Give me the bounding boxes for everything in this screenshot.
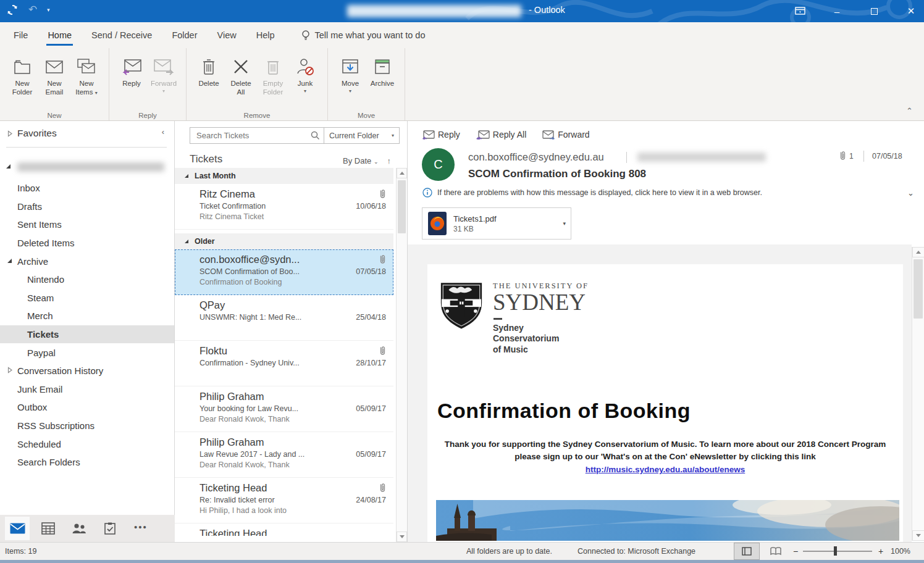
scroll-up-button[interactable] — [397, 168, 407, 178]
account-row[interactable] — [0, 159, 174, 175]
undo-icon[interactable]: ↶ — [28, 3, 37, 16]
delete-button[interactable]: Delete — [193, 52, 225, 88]
nav-calendar-button[interactable] — [36, 517, 61, 540]
nav-more-button[interactable]: ••• — [128, 517, 153, 540]
search-input[interactable] — [195, 130, 311, 141]
nav-people-button[interactable] — [67, 517, 91, 540]
message-row[interactable]: Ritz Cinema Ticket Confirmation10/06/18 … — [175, 184, 393, 230]
minimize-folder-pane-icon[interactable]: ‹ — [162, 127, 164, 136]
folder-archive[interactable]: Archive — [0, 252, 174, 270]
search-box[interactable] — [190, 127, 324, 144]
outlook-window: ↶ ▾ - Outlook – ✕ File Home Send / Recei… — [0, 0, 924, 563]
minimize-button[interactable]: – — [829, 6, 845, 17]
move-button[interactable]: Move ▾ — [334, 52, 366, 94]
zoom-out-button[interactable]: − — [793, 546, 798, 556]
folder-outbox[interactable]: Outbox — [0, 398, 174, 417]
attachment-dropdown-icon[interactable]: ▾ — [563, 220, 566, 227]
message-row[interactable]: Ticketing Head Re: Invalid ticket error2… — [175, 478, 393, 523]
folder-merch[interactable]: Merch — [0, 307, 174, 325]
zoom-in-button[interactable]: + — [878, 546, 883, 556]
folder-scheduled[interactable]: Scheduled — [0, 435, 174, 453]
zoom-level[interactable]: 100% — [891, 547, 910, 556]
message-row[interactable]: Philip Graham Law Revue 2017 - Lady and … — [175, 432, 393, 478]
tab-view[interactable]: View — [208, 22, 246, 48]
favorites-header[interactable]: Favorites ‹ — [0, 125, 174, 142]
message-row[interactable]: Ticketing Head — [175, 523, 393, 536]
tab-folder[interactable]: Folder — [162, 22, 207, 48]
folder-inbox[interactable]: Inbox — [0, 179, 174, 198]
chevron-down-icon[interactable]: ⌄ — [907, 188, 914, 198]
new-items-button[interactable]: NewItems ▾ — [70, 52, 103, 97]
response-toolbar: Reply Reply All Forward — [422, 130, 590, 140]
scrollbar-thumb[interactable] — [398, 180, 406, 233]
message-row[interactable]: Floktu Confirmation - Sydney Univ...28/1… — [175, 341, 393, 386]
reading-view-button[interactable] — [765, 543, 787, 560]
attachment-chip[interactable]: Tickets1.pdf 31 KB ▾ — [422, 207, 571, 240]
tab-home[interactable]: Home — [38, 22, 82, 48]
scroll-up-button[interactable] — [912, 247, 924, 257]
close-button[interactable]: ✕ — [903, 6, 919, 17]
reply-all-quick-button[interactable]: Reply All — [476, 130, 526, 140]
folder-conversation-history[interactable]: Conversation History — [0, 362, 174, 380]
message-list-scrollbar[interactable] — [396, 168, 407, 542]
scroll-down-button[interactable] — [397, 532, 407, 542]
message-row[interactable]: QPay UNSWMR: Night 1: Med Re...25/04/18 — [175, 295, 393, 341]
scroll-down-button[interactable] — [912, 530, 924, 541]
new-folder-button[interactable]: NewFolder — [6, 52, 38, 97]
tab-file[interactable]: File — [4, 22, 38, 48]
folder-paypal[interactable]: Paypal — [0, 343, 174, 362]
delete-all-button[interactable]: DeleteAll — [225, 52, 257, 97]
expand-expanded-icon[interactable] — [7, 259, 12, 263]
restore-button[interactable] — [866, 6, 882, 17]
sender-avatar[interactable]: C — [422, 148, 455, 181]
reading-pane-scrollbar[interactable] — [912, 247, 924, 541]
group-header-last-month[interactable]: Last Month — [175, 168, 393, 184]
search-scope-dropdown[interactable]: Current Folder ▾ — [324, 127, 400, 144]
normal-view-button[interactable] — [734, 543, 760, 560]
sort-dropdown[interactable]: By Date ⌄ — [343, 156, 378, 165]
zoom-slider-track[interactable] — [803, 551, 872, 552]
forward-quick-button[interactable]: Forward — [542, 130, 589, 140]
folder-drafts[interactable]: Drafts — [0, 198, 174, 216]
folder-tickets[interactable]: Tickets — [0, 325, 174, 344]
scrollbar-thumb[interactable] — [914, 259, 923, 319]
search-icon[interactable] — [311, 131, 320, 140]
tell-me-box[interactable]: Tell me what you want to do — [301, 30, 426, 41]
junk-button[interactable]: Junk ▾ — [289, 52, 321, 94]
nav-tasks-button[interactable] — [98, 517, 122, 540]
nav-mail-button[interactable] — [5, 517, 30, 540]
message-info-bar[interactable]: If there are problems with how this mess… — [422, 186, 914, 199]
ribbon-display-options-icon[interactable] — [792, 6, 808, 17]
sender-address[interactable]: con.boxoffice@sydney.edu.au — [468, 151, 604, 163]
folder-nintendo[interactable]: Nintendo — [0, 270, 174, 289]
sort-direction-button[interactable]: ↑ — [387, 156, 392, 165]
archive-button[interactable]: Archive — [366, 52, 398, 88]
send-receive-icon[interactable] — [6, 4, 19, 16]
enews-link[interactable]: http://music.sydney.edu.au/about/enews — [436, 464, 894, 476]
empty-folder-button[interactable]: EmptyFolder — [257, 52, 289, 97]
tab-help[interactable]: Help — [246, 22, 285, 48]
tab-send-receive[interactable]: Send / Receive — [82, 22, 162, 48]
message-row-selected[interactable]: con.boxoffice@sydn... SCOM Confirmation … — [175, 249, 393, 295]
folder-sent-items[interactable]: Sent Items — [0, 215, 174, 234]
forward-button[interactable]: Forward ▾ — [148, 52, 180, 94]
expand-collapsed-icon[interactable] — [7, 367, 12, 373]
delete-all-icon — [232, 54, 250, 79]
folder-search-folders[interactable]: Search Folders — [0, 453, 174, 472]
message-subject: SCOM Confirmation of Booking 808 — [468, 168, 646, 180]
collapse-ribbon-button[interactable]: ⌃ — [906, 106, 913, 115]
forward-icon — [153, 54, 175, 79]
zoom-slider-thumb[interactable] — [834, 546, 837, 556]
reply-button[interactable]: Reply — [116, 52, 148, 88]
qat-customize-icon[interactable]: ▾ — [47, 7, 50, 13]
message-row[interactable]: Philip Graham Your booking for Law Revu.… — [175, 386, 393, 432]
folder-steam[interactable]: Steam — [0, 289, 174, 307]
folder-rss-subscriptions[interactable]: RSS Subscriptions — [0, 417, 174, 435]
reply-quick-button[interactable]: Reply — [422, 130, 460, 140]
group-header-older[interactable]: Older — [175, 233, 393, 249]
folder-junk-email[interactable]: Junk Email — [0, 380, 174, 399]
paperclip-icon — [379, 189, 386, 199]
pdf-firefox-icon — [427, 211, 447, 236]
new-email-button[interactable]: NewEmail — [38, 52, 70, 97]
folder-deleted-items[interactable]: Deleted Items — [0, 234, 174, 252]
